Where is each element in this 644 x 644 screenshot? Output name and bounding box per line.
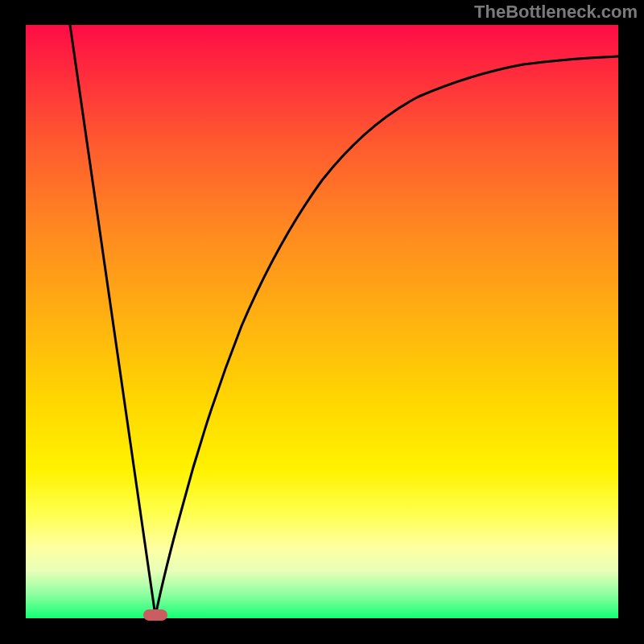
bottleneck-curve [0, 0, 644, 644]
minimum-marker [143, 609, 167, 621]
curve-right-branch [155, 56, 618, 616]
curve-left-branch [70, 25, 155, 616]
watermark-text: TheBottleneck.com [474, 2, 638, 23]
